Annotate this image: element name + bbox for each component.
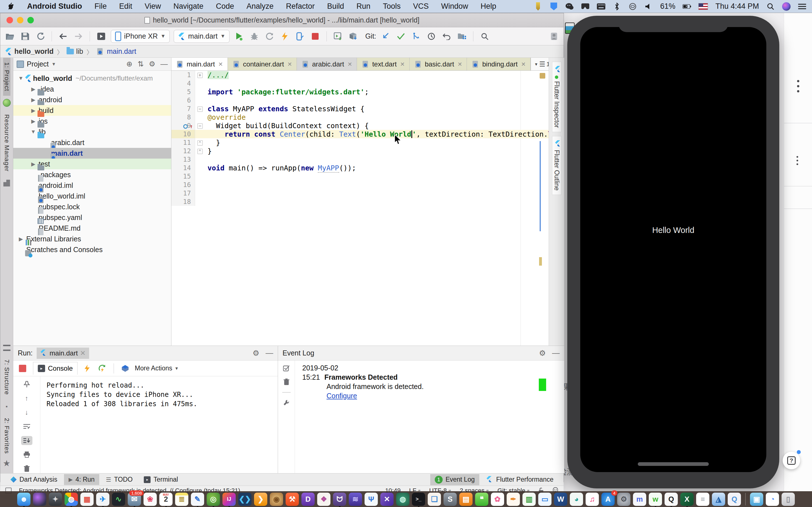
dock-app-intellij-idea[interactable]: IJ xyxy=(222,493,236,506)
dock-app-dash[interactable]: D xyxy=(301,493,315,506)
tree-item-arabic-dart[interactable]: arabic.dart xyxy=(13,137,171,148)
run-config-selector[interactable]: main.dart▼ xyxy=(174,30,230,43)
tree-item-readme-md[interactable]: README.md xyxy=(13,223,171,233)
code-line-14[interactable]: 14void main() => runApp(new MyAPP()); xyxy=(171,164,549,172)
forward-icon[interactable] xyxy=(73,31,84,42)
window-titlebar[interactable]: hello_world [~/Documents/flutter/example… xyxy=(0,13,564,27)
find-icon[interactable] xyxy=(479,31,490,42)
tree-item-build[interactable]: ▶build xyxy=(13,105,171,116)
tree-item-ios[interactable]: ▶ios xyxy=(13,116,171,126)
close-icon[interactable]: ✕ xyxy=(347,61,352,68)
down-arrow-icon[interactable]: ↓ xyxy=(21,408,33,417)
console-tab[interactable]: ▸ Console xyxy=(33,362,78,375)
toolbar-event-log[interactable]: 1Event Log xyxy=(430,474,479,485)
code-line-8[interactable]: 8@override xyxy=(171,113,549,121)
fold-marker[interactable]: − xyxy=(195,106,205,112)
project-structure-icon[interactable] xyxy=(456,31,467,42)
menubar-app-name[interactable]: Android Studio xyxy=(26,2,88,11)
dock-app-design-doc[interactable]: ✎ xyxy=(191,493,204,506)
dock-app-itunes[interactable]: ♫ xyxy=(586,493,599,506)
back-icon[interactable] xyxy=(57,31,69,42)
tree-item-pubspec-lock[interactable]: pubspec.lock xyxy=(13,202,171,212)
fold-marker[interactable]: −↑ xyxy=(195,123,205,129)
code-line-10[interactable]: 10 return const Center(child: Text('Hell… xyxy=(171,130,549,138)
code-line-9[interactable]: 9−↑ Widget build(BuildContext context) { xyxy=(171,121,549,130)
dock-app-android-studio[interactable]: ◎ xyxy=(207,493,220,506)
dock-app-hand-card[interactable]: ❏ xyxy=(428,493,441,506)
sdk-manager-icon[interactable] xyxy=(348,31,359,42)
code-line-17[interactable]: 17 xyxy=(171,189,549,198)
tool-tab-favorites[interactable]: 2: Favorites xyxy=(3,413,10,458)
dock-app-keynote[interactable]: ▭ xyxy=(538,493,552,506)
dock-app-quicktime[interactable]: Q xyxy=(728,493,741,506)
dock-app-atom[interactable]: ◍ xyxy=(396,493,409,506)
menubar-item-navigate[interactable]: Navigate xyxy=(167,2,210,11)
bluetooth-icon[interactable] xyxy=(613,2,621,11)
dock-app-books[interactable]: ▤ xyxy=(459,493,472,506)
close-icon[interactable]: ✕ xyxy=(218,61,223,68)
menubar-item-window[interactable]: Window xyxy=(435,2,474,11)
tree-item-scratches-and-consoles[interactable]: Scratches and Consoles xyxy=(13,244,171,255)
tool-tab-flutter-outline[interactable]: Flutter Outline xyxy=(552,136,561,194)
dock-app-calendar[interactable]: MAY2 xyxy=(159,493,172,506)
editor-tab-basic-dart[interactable]: basic.dart✕ xyxy=(410,58,467,70)
tree-arrow-icon[interactable]: ▶ xyxy=(17,236,24,242)
tree-item-main-dart[interactable]: main.dart xyxy=(13,148,171,159)
tree-arrow-icon[interactable]: ▶ xyxy=(30,161,37,167)
code-line-13[interactable]: 13 xyxy=(171,155,549,164)
toolbar-dart-analysis[interactable]: Dart Analysis xyxy=(6,474,62,485)
fold-marker[interactable]: + xyxy=(195,72,205,78)
toolbar-todo[interactable]: ☰TODO xyxy=(101,474,137,485)
dock-app-photos-2[interactable]: ✿ xyxy=(491,493,504,506)
run-settings-gear-icon[interactable]: ⚙ xyxy=(253,349,259,358)
editor-tab-text-dart[interactable]: text.dart✕ xyxy=(357,58,409,70)
run-anything-icon[interactable] xyxy=(333,31,344,42)
project-view-selector[interactable]: Project xyxy=(27,60,49,68)
up-arrow-icon[interactable]: ↑ xyxy=(21,394,33,403)
editor-tab-binding-dart[interactable]: binding.dart✕ xyxy=(467,58,530,70)
dock-app-mail[interactable]: ✉1,608 xyxy=(128,493,141,506)
debug-button[interactable] xyxy=(249,31,260,42)
shield-status-icon[interactable] xyxy=(550,2,558,11)
code-area[interactable]: 1+/.../45import 'package:flutter/widgets… xyxy=(171,71,549,346)
dock-app-activity-monitor[interactable]: ∿ xyxy=(112,493,125,506)
devtools-icon[interactable] xyxy=(119,363,131,374)
git-commit-icon[interactable] xyxy=(395,31,407,42)
attach-debugger-icon[interactable] xyxy=(294,31,306,42)
tree-item--idea[interactable]: ▶.idea xyxy=(13,83,171,94)
device-selector[interactable]: iPhone XR▼ xyxy=(111,30,170,43)
event-log-minimize-icon[interactable]: ― xyxy=(552,349,560,358)
override-marker-icon[interactable]: ↑ xyxy=(182,124,193,130)
console-output[interactable]: Performing hot reload... Syncing files t… xyxy=(40,376,197,473)
run-minimize-icon[interactable]: ― xyxy=(266,349,273,358)
dock-app-peanut-app[interactable]: ◉ xyxy=(270,493,283,506)
code-line-12[interactable]: 12⌃} xyxy=(171,147,549,155)
stop-button[interactable] xyxy=(310,31,321,42)
dock-app-notes[interactable]: ≣ xyxy=(175,493,188,506)
simulator-screen[interactable]: Hello World xyxy=(580,27,766,472)
editor-tab-container-dart[interactable]: container.dart✕ xyxy=(228,58,297,70)
menubar-item-run[interactable]: Run xyxy=(350,2,377,11)
code-line-16[interactable]: 16 xyxy=(171,180,549,189)
run-config-tab[interactable]: main.dart✕ xyxy=(37,348,89,359)
dock-app-app-grid[interactable]: ▦ xyxy=(80,493,94,506)
dock-app-system-preferences[interactable]: ⚙ xyxy=(617,493,630,506)
dock-app-x-diamond[interactable]: ✕ xyxy=(380,493,394,506)
tool-tab-project[interactable]: 1: Project xyxy=(3,58,10,96)
tree-item-android-iml[interactable]: android.iml xyxy=(13,180,171,191)
console-stop-button[interactable] xyxy=(19,365,26,372)
print-icon[interactable] xyxy=(21,450,33,459)
editor-tab-arabic-dart[interactable]: arabic.dart✕ xyxy=(297,58,357,70)
git-branch-icon[interactable] xyxy=(410,31,422,42)
dock-app-orange-bird[interactable]: ❯ xyxy=(254,493,267,506)
menubar-item-refactor[interactable]: Refactor xyxy=(280,2,321,11)
configure-link[interactable]: Configure xyxy=(326,391,424,400)
menubar-item-edit[interactable]: Edit xyxy=(113,2,139,11)
open-icon[interactable] xyxy=(4,31,15,42)
dock-app-purple-terminal[interactable]: ≋ xyxy=(349,493,362,506)
spotlight-search-icon[interactable] xyxy=(766,2,775,11)
history-icon[interactable] xyxy=(426,31,437,42)
menubar-item-analyze[interactable]: Analyze xyxy=(240,2,280,11)
screen-mirror-icon[interactable] xyxy=(581,2,590,11)
tool-tab-resource-manager[interactable]: Resource Manager xyxy=(3,110,10,176)
